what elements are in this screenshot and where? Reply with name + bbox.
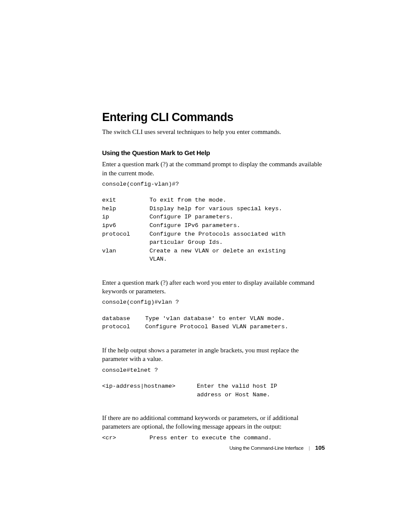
help-key: ipv6 (102, 221, 149, 230)
help-key: <cr> (102, 434, 149, 442)
help-description: Configure Protocol Based VLAN parameters… (145, 323, 288, 331)
help-description: Configure IPv6 parameters. (149, 221, 240, 230)
help-row: ip Configure IP parameters. (102, 213, 325, 221)
page-content: Entering CLI Commands The switch CLI use… (0, 0, 411, 442)
help-description: Configure the Protocols associated with … (149, 230, 296, 247)
help-description: Press enter to execute the command. (149, 434, 272, 442)
code-example-1: console(config-vlan)#? (102, 180, 325, 189)
page-footer: Using the Command-Line Interface | 105 (230, 445, 325, 451)
help-output-3: <ip-address|hostname> Enter the valid ho… (102, 382, 325, 399)
help-key: ip (102, 213, 149, 221)
main-heading: Entering CLI Commands (102, 111, 325, 124)
help-row: database Type 'vlan database' to enter V… (102, 314, 325, 323)
help-description: Configure IP parameters. (149, 213, 233, 221)
paragraph-2: Enter a question mark (?) after each wor… (102, 278, 325, 296)
paragraph-4: If there are no additional command keywo… (102, 414, 325, 431)
help-output-4: <cr> Press enter to execute the command. (102, 434, 325, 442)
help-row: exit To exit from the mode. (102, 196, 325, 205)
help-row: protocol Configure the Protocols associa… (102, 230, 325, 247)
intro-paragraph: The switch CLI uses several techniques t… (102, 128, 325, 136)
footer-separator: | (308, 445, 310, 451)
help-key: <ip-address|hostname> (102, 382, 197, 399)
footer-chapter-title: Using the Command-Line Interface (230, 445, 304, 451)
help-key: help (102, 205, 149, 213)
paragraph-1: Enter a question mark (?) at the command… (102, 160, 325, 177)
help-output-2: database Type 'vlan database' to enter V… (102, 314, 325, 331)
help-description: Enter the valid host IP address or Host … (197, 382, 292, 399)
code-example-2: console(config)#vlan ? (102, 298, 325, 307)
help-key: database (102, 314, 145, 323)
help-row: help Display help for various special ke… (102, 205, 325, 213)
help-key: vlan (102, 247, 149, 264)
help-description: To exit from the mode. (149, 196, 226, 205)
paragraph-3: If the help output shows a parameter in … (102, 346, 325, 364)
footer-page-number: 105 (315, 445, 325, 451)
help-row: protocol Configure Protocol Based VLAN p… (102, 323, 325, 331)
help-output-1: exit To exit from the mode. help Display… (102, 196, 325, 264)
sub-heading: Using the Question Mark to Get Help (102, 149, 325, 156)
help-description: Create a new VLAN or delete an existing … (149, 247, 296, 264)
help-row: <cr> Press enter to execute the command. (102, 434, 325, 442)
help-key: protocol (102, 323, 145, 331)
help-key: protocol (102, 230, 149, 247)
help-row: <ip-address|hostname> Enter the valid ho… (102, 382, 325, 399)
help-row: vlan Create a new VLAN or delete an exis… (102, 247, 325, 264)
help-key: exit (102, 196, 149, 205)
help-description: Type 'vlan database' to enter VLAN mode. (145, 314, 285, 323)
help-description: Display help for various special keys. (149, 205, 282, 213)
code-example-3: console#telnet ? (102, 366, 325, 375)
help-row: ipv6 Configure IPv6 parameters. (102, 221, 325, 230)
